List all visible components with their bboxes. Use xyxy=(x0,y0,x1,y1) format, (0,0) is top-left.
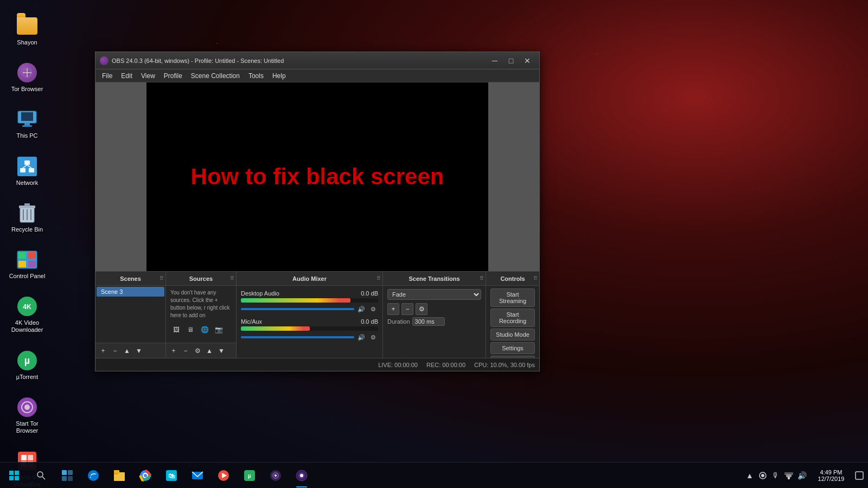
tray-network[interactable] xyxy=(783,470,794,481)
menu-help[interactable]: Help xyxy=(268,71,290,81)
sources-content: You don't have any sources. Click the + … xyxy=(166,286,236,343)
taskbar-clock[interactable]: 4:49 PM 12/7/2019 xyxy=(812,469,851,482)
desktop-icon-this-pc[interactable]: This PC xyxy=(5,104,49,144)
scene-item-3[interactable]: Scene 3 xyxy=(97,287,164,297)
taskbar-app7[interactable]: µ xyxy=(237,463,263,489)
svg-point-67 xyxy=(275,474,277,477)
audio-desktop-settings[interactable]: ⚙ xyxy=(368,304,378,314)
audio-drag-handle xyxy=(376,275,380,281)
svg-rect-5 xyxy=(21,112,33,121)
desktop-icon-4k-downloader[interactable]: 4K 4K Video Downloader xyxy=(5,291,49,338)
transition-buttons-row: + − ⚙ xyxy=(384,302,484,316)
audio-mic-mute[interactable]: 🔊 xyxy=(356,332,366,342)
svg-line-46 xyxy=(42,477,45,479)
source-add-btn[interactable]: + xyxy=(168,345,179,356)
source-settings-btn[interactable]: ⚙ xyxy=(192,345,203,356)
taskbar-file-explorer[interactable] xyxy=(106,463,132,489)
scene-remove-btn[interactable]: − xyxy=(110,345,120,356)
settings-btn[interactable]: Settings xyxy=(490,342,535,354)
audio-mic-settings[interactable]: ⚙ xyxy=(368,332,378,342)
taskbar-edge[interactable] xyxy=(80,463,106,489)
sources-panel: Sources You don't have any sources. Clic… xyxy=(166,272,237,358)
taskbar-app8[interactable] xyxy=(263,463,289,489)
source-up-btn[interactable]: ▲ xyxy=(204,345,215,356)
audio-desktop-name: Desktop Audio xyxy=(241,290,279,297)
svg-rect-11 xyxy=(24,160,30,165)
taskbar-chrome[interactable] xyxy=(132,463,158,489)
minimize-button[interactable]: ─ xyxy=(487,55,502,67)
status-bar: LIVE: 00:00:00 REC: 00:00:00 CPU: 10.0%,… xyxy=(95,358,539,371)
menu-scene-collection[interactable]: Scene Collection xyxy=(187,71,244,81)
source-down-btn[interactable]: ▼ xyxy=(216,345,227,356)
svg-rect-75 xyxy=(784,472,793,475)
duration-input[interactable] xyxy=(412,317,445,326)
tray-chevron[interactable]: ▲ xyxy=(744,470,755,481)
menu-edit[interactable]: Edit xyxy=(117,71,137,81)
svg-rect-33 xyxy=(21,455,27,460)
audio-desktop-meter xyxy=(241,298,378,303)
transition-select[interactable]: Fade xyxy=(387,289,481,300)
bottom-panel: Scenes Scene 3 + − ▲ ▼ Sources xyxy=(95,271,539,358)
start-streaming-btn[interactable]: Start Streaming xyxy=(490,288,535,307)
audio-desktop-mute[interactable]: 🔊 xyxy=(356,304,366,314)
audio-channel-desktop: Desktop Audio 0.0 dB 🔊 ⚙ xyxy=(237,288,382,316)
source-icon-image: 🖼 xyxy=(170,324,182,336)
transitions-drag-handle xyxy=(480,275,483,281)
restore-button[interactable]: □ xyxy=(503,55,519,67)
taskbar-obs-active[interactable] xyxy=(289,463,315,489)
status-rec: REC: 00:00:00 xyxy=(426,362,465,368)
audio-desktop-slider[interactable] xyxy=(241,308,354,310)
start-recording-btn[interactable]: Start Recording xyxy=(490,309,535,327)
audio-desktop-controls: 🔊 ⚙ xyxy=(241,304,378,314)
search-button[interactable] xyxy=(28,463,54,489)
audio-mic-meter xyxy=(241,326,378,331)
tray-mic[interactable]: 🎙 xyxy=(770,470,781,481)
svg-rect-22 xyxy=(28,252,36,259)
controls-drag-handle xyxy=(533,275,537,281)
audio-mixer-panel: Audio Mixer Desktop Audio 0.0 dB xyxy=(237,272,383,358)
transition-settings-btn[interactable]: ⚙ xyxy=(416,303,427,315)
menu-profile[interactable]: Profile xyxy=(159,71,187,81)
taskbar-app6[interactable] xyxy=(210,463,237,489)
desktop-icon-utorrent[interactable]: µ µTorrent xyxy=(5,345,49,385)
window-titlebar: OBS 24.0.3 (64-bit, windows) - Profile: … xyxy=(95,52,539,69)
source-remove-btn[interactable]: − xyxy=(180,345,191,356)
desktop-icon-tor-browser[interactable]: Tor Browser xyxy=(5,57,49,97)
close-button[interactable]: ✕ xyxy=(520,55,535,67)
menu-file[interactable]: File xyxy=(98,71,117,81)
svg-rect-10 xyxy=(29,168,34,172)
status-cpu: CPU: 10.0%, 30.00 fps xyxy=(474,362,535,368)
tray-circle[interactable] xyxy=(757,470,768,481)
scene-add-btn[interactable]: + xyxy=(98,345,108,356)
svg-rect-41 xyxy=(9,471,14,475)
svg-rect-21 xyxy=(18,252,26,259)
source-icon-camera: 📷 xyxy=(213,324,225,336)
svg-rect-34 xyxy=(28,455,33,460)
svg-point-31 xyxy=(24,404,30,410)
audio-mic-slider[interactable] xyxy=(241,336,354,338)
svg-rect-16 xyxy=(24,203,30,206)
desktop-icon-start-tor[interactable]: Start Tor Browser xyxy=(5,392,49,439)
desktop-icon-network[interactable]: Network xyxy=(5,151,49,191)
scene-down-btn[interactable]: ▼ xyxy=(133,345,144,356)
controls-panel: Controls Start Streaming Start Recording… xyxy=(486,272,539,358)
audio-mic-controls: 🔊 ⚙ xyxy=(241,332,378,342)
start-button[interactable] xyxy=(0,463,28,489)
taskbar-store[interactable]: 🛍 xyxy=(158,463,184,489)
notification-center[interactable] xyxy=(851,463,868,489)
studio-mode-btn[interactable]: Studio Mode xyxy=(490,329,535,341)
desktop-icon-control-panel[interactable]: Control Panel xyxy=(5,245,49,284)
sources-toolbar: + − ⚙ ▲ ▼ xyxy=(166,343,236,358)
taskbar-task-view[interactable] xyxy=(54,463,80,489)
transition-remove-btn[interactable]: − xyxy=(401,303,413,315)
menu-view[interactable]: View xyxy=(137,71,159,81)
tray-volume[interactable]: 🔊 xyxy=(796,470,807,481)
scene-up-btn[interactable]: ▲ xyxy=(122,345,132,356)
menu-tools[interactable]: Tools xyxy=(244,71,268,81)
taskbar-mail[interactable] xyxy=(184,463,210,489)
desktop-icon-shayon[interactable]: Shayon xyxy=(5,11,49,50)
audio-mixer-header: Audio Mixer xyxy=(237,272,382,286)
svg-rect-50 xyxy=(68,476,73,481)
transition-add-btn[interactable]: + xyxy=(387,303,399,315)
desktop-icon-recycle-bin[interactable]: Recycle Bin xyxy=(5,198,49,237)
